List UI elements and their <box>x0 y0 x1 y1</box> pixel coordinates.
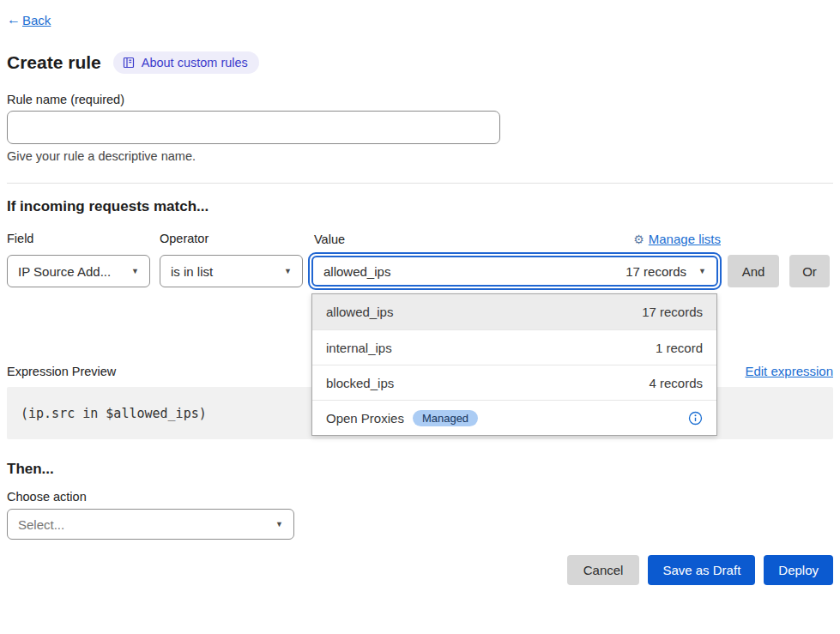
operator-select-value: is in list <box>171 264 213 279</box>
back-link[interactable]: ← Back <box>7 12 51 27</box>
footer-actions: Cancel Save as Draft Deploy <box>7 555 833 585</box>
or-button[interactable]: Or <box>789 255 830 287</box>
match-labels-row: Field Operator Value ⚙ Manage lists <box>7 232 721 246</box>
value-select-focus-ring: allowed_ips 17 records ▼ <box>308 252 722 290</box>
manage-lists-label: Manage lists <box>649 232 721 246</box>
action-select[interactable]: Select... ▼ <box>7 509 294 540</box>
value-label: Value <box>314 232 345 246</box>
list-record-count: 4 records <box>649 376 703 390</box>
then-heading: Then... <box>7 461 833 478</box>
value-select-value: allowed_ips <box>323 264 390 279</box>
list-record-count: 1 record <box>656 341 703 355</box>
operator-label: Operator <box>160 232 314 246</box>
chevron-down-icon: ▼ <box>698 268 706 275</box>
about-custom-rules-link[interactable]: About custom rules <box>113 51 259 74</box>
create-rule-page: ← Back Create rule About custom rules Ru… <box>0 0 840 634</box>
list-name: Open Proxies <box>326 411 404 426</box>
edit-expression-link[interactable]: Edit expression <box>745 364 833 378</box>
book-icon <box>122 56 136 69</box>
dropdown-item-blocked-ips[interactable]: blocked_ips 4 records <box>312 365 716 400</box>
field-label: Field <box>7 232 160 246</box>
back-link-label: Back <box>22 13 51 27</box>
match-selects-row: IP Source Add... ▼ is in list ▼ allowed_… <box>7 252 833 290</box>
field-select-value: IP Source Add... <box>18 264 111 279</box>
dropdown-item-allowed-ips[interactable]: allowed_ips 17 records <box>312 294 716 329</box>
expression-code: (ip.src in $allowed_ips) <box>21 406 207 421</box>
dropdown-item-open-proxies[interactable]: Open Proxies Managed <box>312 400 716 435</box>
match-heading: If incoming requests match... <box>7 198 833 215</box>
chevron-down-icon: ▼ <box>131 268 139 275</box>
gear-icon: ⚙ <box>633 233 644 245</box>
value-select[interactable]: allowed_ips 17 records ▼ <box>311 256 718 287</box>
deploy-button[interactable]: Deploy <box>764 555 833 585</box>
and-button[interactable]: And <box>728 255 779 287</box>
expression-preview-label: Expression Preview <box>7 365 116 378</box>
back-arrow-icon: ← <box>7 12 21 27</box>
title-row: Create rule About custom rules <box>7 51 833 74</box>
field-select[interactable]: IP Source Add... ▼ <box>7 255 150 287</box>
manage-lists-link[interactable]: ⚙ Manage lists <box>633 232 721 246</box>
cancel-button[interactable]: Cancel <box>567 555 640 585</box>
section-divider <box>7 183 833 184</box>
about-badge-label: About custom rules <box>142 56 248 69</box>
value-select-record-count: 17 records <box>625 264 686 279</box>
list-name: internal_ips <box>326 341 392 355</box>
operator-select[interactable]: is in list ▼ <box>160 255 303 287</box>
choose-action-label: Choose action <box>7 490 833 504</box>
managed-badge: Managed <box>413 410 478 426</box>
chevron-down-icon: ▼ <box>284 268 292 275</box>
rule-name-helper: Give your rule a descriptive name. <box>7 149 833 163</box>
rule-name-input[interactable] <box>7 111 500 144</box>
chevron-down-icon: ▼ <box>275 521 283 528</box>
list-record-count: 17 records <box>642 305 703 319</box>
value-dropdown-menu: allowed_ips 17 records internal_ips 1 re… <box>311 293 717 436</box>
list-name: allowed_ips <box>326 305 393 319</box>
dropdown-item-internal-ips[interactable]: internal_ips 1 record <box>312 329 716 365</box>
save-as-draft-button[interactable]: Save as Draft <box>648 555 755 585</box>
rule-name-label: Rule name (required) <box>7 93 833 106</box>
info-icon[interactable] <box>688 411 703 426</box>
action-select-placeholder: Select... <box>18 517 64 532</box>
page-title: Create rule <box>7 52 101 73</box>
list-name: blocked_ips <box>326 376 394 390</box>
